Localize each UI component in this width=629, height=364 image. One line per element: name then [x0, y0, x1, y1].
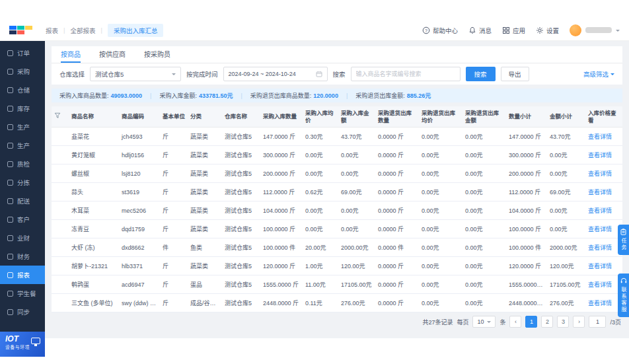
breadcrumb-item-all-reports[interactable]: 全部报表 — [70, 26, 95, 35]
cell-category: 成品/谷类/成品 — [188, 294, 222, 312]
content: 按商品 按供应商 按采购员 仓库选择 测试仓库5 按完成时间 2024 — [45, 41, 629, 338]
cell-row-handle — [52, 201, 69, 220]
sidebar-item[interactable]: 配送 — [0, 192, 45, 210]
cell-inbound-amount: 0.00元 — [338, 220, 375, 238]
cell-return-amount: 0.00元 — [462, 294, 506, 312]
cell-amount-subtotal: 120.00元 — [547, 257, 585, 275]
search-button[interactable]: 搜索 — [466, 67, 496, 81]
sidebar-item[interactable]: 分拣 — [0, 173, 45, 192]
cell-inbound-qty: 100.0000 件 — [260, 238, 303, 257]
cell-inbound-avg-price: 0.00元 — [303, 220, 338, 238]
table-row: 韭菜花 jch4593 斤 蔬菜类 测试仓库5 147.0000 斤 0.30元… — [52, 127, 622, 146]
page-number-button[interactable]: 3 — [557, 316, 569, 328]
warehouse-select[interactable]: 测试仓库5 — [90, 67, 181, 81]
search-input[interactable] — [351, 67, 461, 81]
sidebar-item[interactable]: 业财 — [0, 229, 45, 247]
logo-block — [17, 26, 24, 30]
task-fab-button[interactable]: 任务 — [618, 225, 629, 255]
cell-return-avg-price: 0.00元 — [419, 238, 462, 257]
sidebar-item[interactable]: 同步 — [0, 303, 45, 321]
view-detail-link[interactable]: 查看详情 — [588, 207, 612, 214]
tab[interactable]: 按商品 — [61, 46, 81, 63]
cell-inbound-qty: 112.0000 斤 — [260, 183, 303, 201]
view-detail-link[interactable]: 查看详情 — [588, 189, 612, 196]
iot-panel[interactable]: IOT 设备与环境 — [0, 332, 45, 357]
sidebar-item[interactable]: 生产 — [0, 136, 45, 155]
cell-inbound-amount: 43.70元 — [338, 127, 375, 146]
sidebar-item[interactable]: 客户 — [0, 210, 45, 229]
tab[interactable]: 按供应商 — [99, 46, 126, 63]
cell-return-qty: 0.0000 斤 — [375, 164, 419, 183]
filter-bar: 仓库选择 测试仓库5 按完成时间 2024-09-24 ~ 2024-10-24… — [52, 63, 622, 85]
summary-value: 885.26元 — [407, 91, 431, 100]
table-row: 鹌鹑蛋 acd6947 斤 蛋品 测试仓库5 1555.0000 斤 11.00… — [52, 275, 622, 294]
cell-inbound-amount: 0.00元 — [338, 146, 375, 164]
page-number-button[interactable]: 1 — [525, 316, 537, 328]
sidebar-item-icon — [7, 87, 13, 93]
sidebar-item-icon — [7, 69, 13, 75]
cell-return-qty: 0.0000 斤 — [375, 183, 419, 201]
cell-base-unit: 斤 — [160, 183, 188, 201]
per-page-select[interactable]: 10 — [472, 316, 496, 328]
view-detail-link[interactable]: 查看详情 — [588, 300, 612, 307]
view-detail-link[interactable]: 查看详情 — [588, 244, 612, 251]
sidebar-item[interactable]: 订单 — [0, 44, 45, 62]
prev-page-button[interactable]: ‹ — [509, 316, 521, 328]
sidebar-item[interactable]: 仓储 — [0, 81, 45, 99]
sidebar-item[interactable]: 学生餐 — [0, 284, 45, 303]
customer-service-fab-button[interactable]: 联系客服 — [618, 273, 629, 317]
sidebar: 订单 采购 仓储 库存 生产 生产 — [0, 41, 45, 357]
user-name-redacted — [585, 27, 612, 33]
cell-inbound-qty: 147.0000 斤 — [260, 127, 303, 146]
view-detail-link[interactable]: 查看详情 — [588, 281, 612, 288]
logo-block — [9, 26, 17, 30]
sidebar-item[interactable]: 财务 — [0, 247, 45, 266]
sidebar-item[interactable]: 质检 — [0, 155, 45, 173]
sidebar-item[interactable]: 生产 — [0, 118, 45, 136]
summary-value: 433781.50元 — [199, 91, 233, 100]
breadcrumb-separator: | — [101, 26, 102, 34]
cell-return-qty: 0.0000 斤 — [375, 220, 419, 238]
user-menu[interactable] — [570, 24, 620, 36]
next-page-button[interactable]: › — [573, 316, 585, 328]
sidebar-item[interactable]: 报表 — [0, 266, 45, 284]
cell-inbound-amount: 17105.00元 — [338, 275, 375, 294]
chevron-down-icon — [172, 73, 176, 77]
cell-inbound-avg-price: 0.30元 — [303, 127, 338, 146]
page-jump-input[interactable] — [589, 316, 606, 328]
view-detail-link[interactable]: 查看详情 — [588, 226, 612, 233]
gear-icon — [536, 26, 544, 34]
view-detail-link[interactable]: 查看详情 — [588, 133, 612, 140]
breadcrumb-item-reports[interactable]: 报表 — [46, 26, 58, 35]
tab[interactable]: 按采购员 — [144, 46, 170, 63]
view-detail-link[interactable]: 查看详情 — [588, 263, 612, 270]
sidebar-item-icon — [7, 254, 13, 260]
cell-inbound-avg-price: 0.00元 — [303, 201, 338, 220]
column-filter-button[interactable] — [52, 106, 69, 127]
help-icon: ? — [422, 26, 430, 34]
cell-product-name: 黄灯笼椒 — [69, 146, 119, 164]
breadcrumb-current-page[interactable]: 采购出入库汇总 — [108, 24, 164, 37]
settings-button[interactable]: 设置 — [536, 26, 559, 35]
cell-return-amount: 0.00元 — [462, 164, 506, 183]
view-detail-link[interactable]: 查看详情 — [588, 170, 612, 177]
page-number-button[interactable]: 2 — [541, 316, 553, 328]
summary-label: 采购退货出库商品数量: — [250, 91, 312, 100]
column-header: 采购入库均价 — [303, 106, 338, 127]
date-range-picker[interactable]: 2024-09-24 ~ 2024-10-24 — [223, 67, 328, 81]
cell-category: 蔬菜类 — [188, 127, 222, 146]
apps-button[interactable]: 应用 — [502, 26, 525, 35]
sidebar-item[interactable]: 库存 — [0, 99, 45, 118]
sidebar-item[interactable]: 采购 — [0, 62, 45, 81]
breadcrumb: 报表 | 全部报表 | 采购出入库汇总 — [46, 24, 163, 37]
cell-amount-subtotal: 2000.00元 — [547, 238, 585, 257]
cell-inbound-amount: 2000.00元 — [338, 238, 375, 257]
messages-button[interactable]: 消息 — [468, 26, 492, 35]
view-detail-link[interactable]: 查看详情 — [588, 152, 612, 159]
sidebar-item-label: 采购 — [17, 67, 30, 76]
cell-row-handle — [52, 238, 69, 257]
advanced-filter-link[interactable]: 高级筛选 — [583, 69, 614, 79]
help-center-button[interactable]: ? 帮助中心 — [422, 26, 458, 35]
table-row: 胡萝卜-21321 hlb3371 斤 蔬菜类 测试仓库5 120.0000 斤… — [52, 257, 622, 275]
export-button[interactable]: 导出 — [501, 67, 529, 81]
